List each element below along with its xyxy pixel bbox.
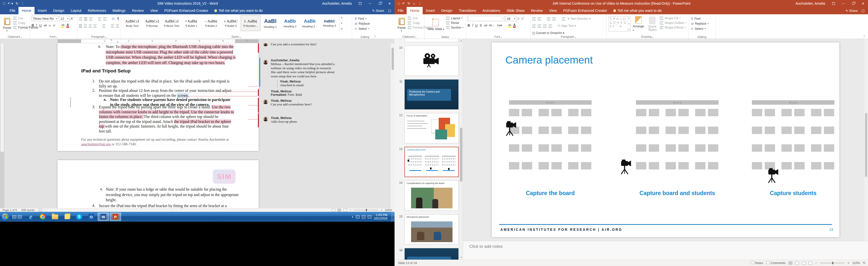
restore-button[interactable]	[375, 0, 385, 7]
decrease-indent-icon[interactable]	[98, 17, 102, 21]
shape-triangle-icon[interactable]: △	[610, 21, 612, 24]
redo-icon[interactable]: ↻	[16, 1, 19, 5]
word-account-name[interactable]: Auchstetter, Amelia	[322, 1, 352, 5]
shape-line-icon[interactable]: ╲	[610, 17, 612, 21]
thumbnail-slide-11[interactable]: Positioning the Camera and Microphone(s)	[404, 79, 459, 110]
zoom-out-icon[interactable]: −	[349, 209, 351, 211]
hidden-icons-arrow[interactable]: ▲	[351, 215, 353, 218]
board-shape[interactable]: Board	[509, 100, 592, 105]
style-card[interactable]: AaBbCcI Body Text	[122, 15, 142, 31]
shape-downarrow-icon[interactable]: ⇩	[620, 21, 622, 24]
zoom-slider[interactable]	[820, 263, 844, 263]
qat-customize-icon[interactable]: ⋮	[21, 1, 24, 5]
character-spacing-button[interactable]: AV↔	[489, 24, 495, 27]
ppt-tab[interactable]: Transitions	[456, 7, 479, 14]
comments-icon[interactable]: ◻	[388, 9, 391, 12]
word-tab[interactable]: Review	[129, 7, 147, 14]
document-page-1[interactable]: a. Note: To charge the microphone, plug …	[58, 43, 259, 151]
start-button[interactable]	[1, 212, 10, 221]
shape-brace-icon[interactable]: {	[610, 25, 611, 28]
qat-customize-icon[interactable]: ⋮	[418, 1, 422, 5]
multilevel-list-icon[interactable]	[89, 17, 92, 21]
word-document-area[interactable]: a. Note: To charge the microphone, plug …	[0, 43, 395, 208]
zoom-in-icon[interactable]: +	[381, 209, 382, 211]
ppt-tab[interactable]: PDFsam Enhanced Creator	[560, 7, 610, 14]
zoom-percent[interactable]: 110%	[852, 261, 860, 265]
comment-cut-top[interactable]: Can you add a screenshot for this?	[271, 43, 343, 46]
style-card[interactable]: » AaBbC ¶ Bullet 3	[221, 15, 241, 31]
thumbnail-scrollbar[interactable]: ▲ ▼	[459, 39, 463, 260]
redo-icon[interactable]: ↻	[407, 1, 410, 5]
style-card[interactable]: AaBb Heading 2	[280, 15, 300, 31]
font-color-button[interactable]: A	[513, 23, 516, 28]
network-icon[interactable]	[368, 215, 371, 219]
close-button[interactable]: ✕	[858, 0, 868, 7]
underline-button[interactable]: U	[475, 23, 478, 27]
word-tab[interactable]: Layout	[67, 7, 85, 14]
shape-callout-icon[interactable]: ◻	[624, 21, 626, 24]
shape-arrow-icon[interactable]: ↗	[613, 17, 615, 21]
shape-roundrect-icon[interactable]: ▢	[623, 17, 625, 21]
camera-icon[interactable]	[619, 157, 632, 175]
arrange-button[interactable]: Arrange ▾	[631, 15, 646, 33]
show-desktop-small-icon[interactable]	[12, 215, 16, 219]
show-desktop-button[interactable]	[392, 212, 395, 222]
ppt-account-name[interactable]: Auchstetter, Amelia	[796, 1, 825, 5]
shape-oval-icon[interactable]: ○	[620, 17, 622, 21]
slide-sorter-view-icon[interactable]	[795, 262, 799, 265]
scrollbar-thumb[interactable]	[460, 128, 462, 182]
normal-view-icon[interactable]	[788, 262, 792, 265]
align-text-button[interactable]: ⇱ Align Text ▾	[558, 24, 576, 28]
window-switcher-icon[interactable]	[18, 215, 22, 219]
word-tab[interactable]: Insert	[34, 7, 50, 14]
font-size-combo[interactable]: 18▾	[505, 16, 516, 21]
print-layout-icon[interactable]	[338, 209, 341, 211]
muted-speaker-icon[interactable]	[362, 215, 366, 219]
read-mode-icon[interactable]	[332, 209, 335, 211]
word-tab[interactable]: File	[6, 7, 19, 14]
italic-button[interactable]: I	[36, 23, 37, 27]
shape-outline-button[interactable]: Shape Outline ▾	[660, 21, 686, 25]
document-page-2[interactable]: SIM a. Note: If your room has a ledge or…	[58, 160, 259, 208]
start-slideshow-icon[interactable]: ⎁	[413, 1, 415, 6]
font-size-combo[interactable]: 12▾	[59, 16, 69, 21]
first-line-indent-marker[interactable]	[110, 39, 113, 41]
decrease-indent-icon[interactable]	[547, 17, 551, 21]
save-icon[interactable]: □	[3, 1, 5, 5]
replace-button[interactable]: abReplace ▾	[691, 22, 713, 25]
thumbnail-slide-12[interactable]: Focus of observation	[404, 113, 459, 143]
taskbar-app[interactable]: W	[98, 212, 109, 221]
justify-icon[interactable]	[93, 24, 97, 28]
style-card[interactable]: AaBb Heading 2...	[300, 15, 319, 31]
board-shape[interactable]: Board	[752, 100, 834, 105]
thumbnail-slide-14[interactable]: Considerations for capturing the board	[404, 180, 459, 211]
camera-icon[interactable]	[504, 119, 517, 136]
restore-button[interactable]	[848, 0, 858, 7]
select-button[interactable]: ⇦Select ▾	[691, 27, 713, 31]
scrollbar-thumb[interactable]	[392, 48, 394, 70]
diagram-caption[interactable]: Capture students	[747, 190, 839, 197]
ppt-tab[interactable]: Slide Show	[503, 7, 528, 14]
undo-icon[interactable]: ↶	[402, 1, 405, 5]
thumbnail-slide-13-selected[interactable]: Camera placement	[404, 147, 459, 177]
diagram-caption[interactable]: Capture the board	[504, 190, 596, 197]
smartart-button[interactable]: ◫ Convert to SmartArt ▾	[532, 31, 564, 35]
strikethrough-button[interactable]: ab̸	[44, 24, 46, 27]
word-tab[interactable]: PDFsam Enhanced Creator	[161, 7, 211, 14]
taskbar-app[interactable]	[37, 212, 49, 221]
bold-button[interactable]: B	[468, 23, 470, 27]
align-right-icon[interactable]	[89, 24, 92, 28]
comment-thread[interactable]: Yisak, Melissa Add close-up photo	[271, 116, 343, 124]
page-indicator[interactable]: Page 1 of 5	[2, 209, 17, 211]
align-center-icon[interactable]	[84, 24, 87, 28]
shape-arc-icon[interactable]: ⌒	[616, 25, 618, 28]
style-card[interactable]: • AaBb( ¶ Bullet 1	[182, 15, 201, 31]
new-slide-button[interactable]: New Slide ▾	[426, 15, 445, 34]
paste-button[interactable]: Paste▾	[396, 15, 407, 34]
word-tab[interactable]: Mailings	[109, 7, 129, 14]
scrollbar-thumb[interactable]	[865, 113, 867, 177]
ribbon-display-options-icon[interactable]	[355, 0, 365, 7]
board-shape[interactable]: Board	[636, 100, 719, 105]
minimize-button[interactable]	[365, 0, 375, 7]
bold-button[interactable]: B	[32, 23, 34, 27]
